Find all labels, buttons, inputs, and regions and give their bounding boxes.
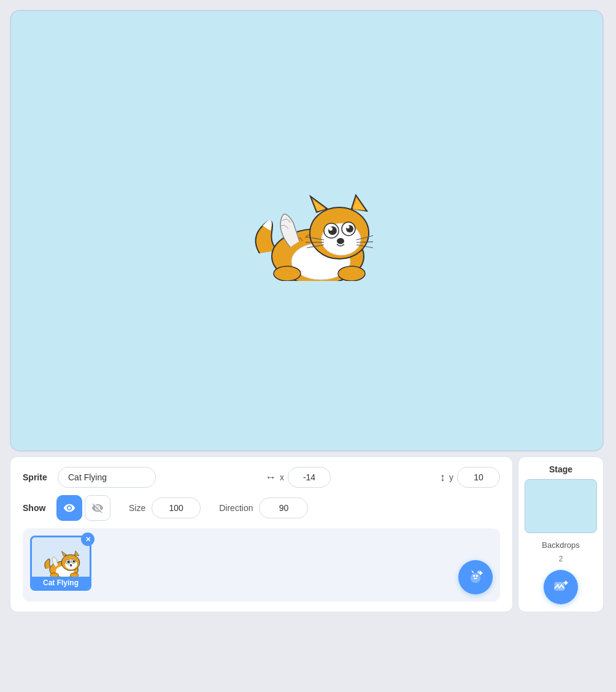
show-visible-button[interactable]	[56, 495, 82, 521]
delete-sprite-button[interactable]: ✕	[81, 532, 94, 546]
sprite-thumb-label: Cat Flying	[32, 577, 90, 589]
x-label: x	[280, 472, 284, 482]
sprite-label: Sprite	[23, 472, 50, 482]
add-sprite-icon	[467, 569, 484, 586]
show-row: Show Size	[23, 495, 500, 521]
y-axis-icon	[440, 471, 445, 484]
direction-input[interactable]	[259, 498, 308, 518]
cat-sprite[interactable]	[244, 189, 373, 281]
x-input[interactable]	[288, 467, 331, 488]
x-coord-group: x	[265, 467, 331, 488]
show-label: Show	[23, 503, 50, 513]
size-label: Size	[129, 503, 145, 513]
sprite-name-input[interactable]	[58, 467, 156, 488]
svg-point-34	[72, 560, 75, 563]
stage-panel: Stage Backdrops 2	[518, 456, 604, 612]
svg-point-16	[337, 238, 344, 244]
eye-closed-icon	[91, 502, 104, 514]
svg-point-15	[347, 226, 350, 229]
stage-title: Stage	[549, 464, 572, 474]
direction-label: Direction	[219, 503, 253, 513]
sprite-thumbnail[interactable]: ✕	[30, 536, 91, 591]
size-input[interactable]	[152, 498, 201, 518]
svg-point-42	[557, 584, 560, 586]
svg-point-35	[69, 564, 72, 566]
size-group: Size	[129, 498, 201, 518]
add-sprite-button[interactable]	[458, 560, 493, 594]
svg-marker-29	[74, 551, 79, 556]
eye-open-icon	[63, 502, 75, 514]
main-container: Sprite x y Show	[10, 10, 606, 612]
svg-point-2	[274, 266, 301, 281]
add-backdrop-icon	[552, 579, 569, 596]
svg-point-12	[329, 227, 333, 231]
svg-marker-28	[61, 552, 66, 556]
sprites-list-area: ✕	[23, 528, 500, 602]
svg-point-32	[67, 561, 69, 563]
backdrops-count: 2	[559, 555, 563, 563]
delete-icon: ✕	[85, 536, 91, 544]
direction-group: Direction	[219, 498, 308, 518]
sprite-thumb-image	[41, 548, 81, 579]
backdrops-label: Backdrops	[542, 540, 579, 550]
bottom-panel: Sprite x y Show	[10, 456, 604, 612]
x-axis-icon	[265, 471, 276, 484]
svg-point-38	[476, 575, 479, 577]
sprite-info-panel: Sprite x y Show	[10, 456, 513, 612]
y-coord-group: y	[440, 467, 500, 488]
stage-preview-thumbnail[interactable]	[525, 479, 597, 533]
y-input[interactable]	[457, 467, 500, 488]
y-label: y	[449, 472, 453, 482]
add-backdrop-button[interactable]	[544, 570, 578, 604]
sprite-name-row: Sprite x y	[23, 467, 500, 488]
svg-point-36	[471, 573, 480, 583]
svg-point-3	[338, 266, 365, 281]
svg-point-37	[473, 575, 475, 577]
show-toggle-group	[56, 495, 110, 521]
show-hidden-button[interactable]	[85, 495, 110, 521]
stage-canvas	[10, 10, 604, 452]
